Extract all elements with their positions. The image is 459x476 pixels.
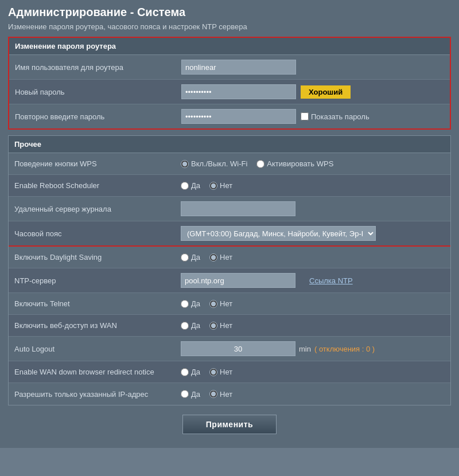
daylight-radio-group: Да Нет (181, 253, 232, 262)
telnet-radio-no[interactable] (209, 300, 217, 308)
show-password-text: Показать пароль (311, 112, 369, 121)
page-title: Администрирование - Система (8, 6, 451, 19)
reboot-radio-no[interactable] (209, 182, 217, 190)
daylight-no-text: Нет (220, 253, 232, 262)
new-password-row: Новый пароль Хороший (9, 80, 450, 104)
wan-access-yes-label[interactable]: Да (181, 321, 200, 330)
ip-restrict-radio-no[interactable] (209, 390, 217, 398)
telnet-label: Включить Telnet (14, 299, 181, 308)
show-password-label[interactable]: Показать пароль (301, 112, 369, 121)
wps-option1-text: Вкл./Выкл. Wi-Fi (191, 159, 247, 168)
password-section: Изменение пароля роутера Имя пользовател… (8, 37, 451, 130)
wan-redirect-no-text: Нет (220, 368, 232, 376)
wps-radio1[interactable] (181, 160, 189, 168)
wan-access-label: Включить веб-доступ из WAN (14, 321, 181, 330)
wps-option2-label[interactable]: Активировать WPS (256, 159, 333, 168)
ntp-label: NTP-сервер (14, 276, 181, 285)
ip-restrict-radio-yes[interactable] (181, 390, 189, 398)
daylight-radio-yes[interactable] (181, 253, 189, 262)
wps-row: Поведение кнопки WPS Вкл./Выкл. Wi-Fi Ак… (9, 153, 450, 175)
show-password-checkbox[interactable] (301, 112, 309, 120)
reboot-yes-text: Да (191, 181, 200, 190)
username-row: Имя пользователя для роутера (9, 55, 450, 80)
wan-access-radio-yes[interactable] (181, 322, 189, 330)
telnet-no-label[interactable]: Нет (209, 299, 232, 308)
other-section: Прочее Поведение кнопки WPS Вкл./Выкл. W… (8, 135, 451, 405)
auto-logout-unit: min (299, 345, 311, 353)
confirm-password-row: Повторно введите пароль Показать пароль (9, 104, 450, 128)
timezone-label: Часовой пояс (14, 229, 181, 238)
ip-restrict-label: Разрешить только указанный IP-адрес (14, 390, 181, 399)
reboot-scheduler-label: Enable Reboot Scheduler (14, 181, 181, 190)
reboot-scheduler-row: Enable Reboot Scheduler Да Нет (9, 175, 450, 197)
auto-logout-row: Auto Logout min ( отключения : 0 ) (9, 337, 450, 361)
telnet-yes-label[interactable]: Да (181, 299, 200, 308)
wan-redirect-label: Enable WAN down browser redirect notice (14, 368, 181, 376)
reboot-radio-group: Да Нет (181, 181, 232, 190)
wan-redirect-yes-text: Да (191, 368, 200, 376)
wps-option2-text: Активировать WPS (267, 159, 333, 168)
ntp-row: NTP-сервер Ссылка NTP (9, 268, 450, 293)
daylight-yes-label[interactable]: Да (181, 253, 200, 262)
new-password-input[interactable] (181, 84, 296, 99)
apply-button[interactable]: Применить (182, 415, 277, 434)
other-section-header: Прочее (9, 136, 450, 153)
remote-log-label: Удаленный сервер журнала (14, 205, 181, 213)
wan-redirect-radio-group: Да Нет (181, 368, 232, 376)
wan-access-no-label[interactable]: Нет (209, 321, 232, 330)
reboot-yes-label[interactable]: Да (181, 181, 200, 190)
ip-restrict-row: Разрешить только указанный IP-адрес Да Н… (9, 383, 450, 405)
reboot-no-text: Нет (220, 181, 232, 190)
remote-log-row: Удаленный сервер журнала (9, 197, 450, 221)
page-subtitle: Изменение пароля роутера, часового пояса… (8, 22, 451, 31)
username-input[interactable] (181, 60, 296, 75)
timezone-select[interactable]: (GMT+03:00) Багдад, Минск, Найроби, Куве… (181, 226, 376, 241)
daylight-yes-text: Да (191, 253, 200, 262)
daylight-no-label[interactable]: Нет (209, 253, 232, 262)
telnet-radio-yes[interactable] (181, 300, 189, 308)
reboot-no-label[interactable]: Нет (209, 181, 232, 190)
wan-redirect-radio-no[interactable] (209, 368, 217, 376)
wan-access-row: Включить веб-доступ из WAN Да Нет (9, 315, 450, 337)
username-label: Имя пользователя для роутера (15, 63, 181, 72)
timezone-row: Часовой пояс (GMT+03:00) Багдад, Минск, … (9, 221, 450, 247)
wps-radio-group: Вкл./Выкл. Wi-Fi Активировать WPS (181, 159, 333, 168)
ip-restrict-radio-group: Да Нет (181, 390, 232, 399)
daylight-radio-no[interactable] (209, 253, 217, 262)
apply-button-row: Применить (8, 405, 451, 440)
wan-redirect-yes-label[interactable]: Да (181, 368, 200, 376)
wan-redirect-radio-yes[interactable] (181, 368, 189, 376)
telnet-row: Включить Telnet Да Нет (9, 293, 450, 315)
auto-logout-hint: ( отключения : 0 ) (314, 345, 375, 353)
confirm-password-label: Повторно введите пароль (15, 112, 181, 121)
ntp-link[interactable]: Ссылка NTP (309, 276, 353, 285)
wps-option1-label[interactable]: Вкл./Выкл. Wi-Fi (181, 159, 247, 168)
new-password-label: Новый пароль (15, 88, 181, 96)
telnet-no-text: Нет (220, 299, 232, 308)
daylight-label: Включить Daylight Saving (14, 253, 181, 262)
ip-restrict-no-label[interactable]: Нет (209, 390, 232, 399)
wps-radio2[interactable] (256, 160, 264, 168)
wan-access-radio-no[interactable] (209, 322, 217, 330)
ip-restrict-yes-label[interactable]: Да (181, 390, 200, 399)
wan-redirect-no-label[interactable]: Нет (209, 368, 232, 376)
auto-logout-input[interactable] (181, 341, 295, 356)
reboot-radio-yes[interactable] (181, 182, 189, 190)
confirm-password-input[interactable] (181, 109, 296, 124)
wan-access-yes-text: Да (191, 321, 200, 330)
daylight-row: Включить Daylight Saving Да Нет (9, 247, 450, 268)
wan-access-no-text: Нет (220, 321, 232, 330)
ip-restrict-no-text: Нет (220, 390, 232, 399)
ip-restrict-yes-text: Да (191, 390, 200, 399)
auto-logout-label: Auto Logout (14, 345, 181, 353)
password-strength-badge: Хороший (301, 85, 351, 99)
telnet-radio-group: Да Нет (181, 299, 232, 308)
remote-log-input[interactable] (181, 201, 295, 216)
telnet-yes-text: Да (191, 299, 200, 308)
wan-redirect-row: Enable WAN down browser redirect notice … (9, 361, 450, 383)
wps-label: Поведение кнопки WPS (14, 159, 181, 168)
ntp-input[interactable] (181, 273, 295, 288)
wan-access-radio-group: Да Нет (181, 321, 232, 330)
password-section-header: Изменение пароля роутера (9, 38, 450, 55)
